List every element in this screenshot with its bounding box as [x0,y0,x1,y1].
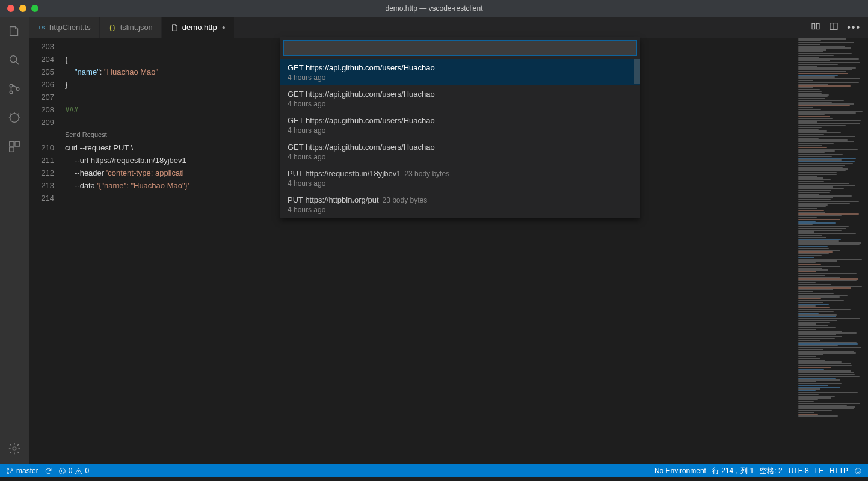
quick-pick-item-description: 23 body bytes [383,196,428,204]
svg-point-8 [13,447,16,450]
quick-pick-item-label: GET https://api.github.com/users/Huachao [288,116,435,125]
svg-rect-6 [15,142,19,146]
cursor-position-status[interactable]: 行 214，列 1 [712,466,754,476]
git-branch-icon [6,467,14,475]
explorer-icon[interactable] [7,24,22,38]
quick-pick-list: GET https://api.github.com/users/Huachao… [280,59,640,218]
line-gutter: 203204205206207208209210211212213214 [29,38,65,464]
svg-rect-9 [812,23,815,29]
feedback-icon[interactable] [854,467,862,475]
quick-pick-item-detail: 4 hours ago [288,100,633,108]
eol-status[interactable]: LF [815,467,823,475]
search-icon[interactable] [7,53,22,67]
activity-bar [0,17,29,464]
quick-pick-item-detail: 4 hours ago [288,206,633,214]
editor-tab[interactable]: demo.http● [162,17,235,38]
quick-pick-item-description: 23 body bytes [404,170,449,178]
problems-status[interactable]: 0 0 [58,467,89,475]
svg-rect-5 [10,142,14,146]
window-controls [0,5,38,12]
maximize-window-button[interactable] [31,5,38,12]
quick-pick: GET https://api.github.com/users/Huachao… [280,37,640,218]
sync-icon [45,467,52,475]
dirty-indicator-icon: ● [222,24,226,31]
status-bar: master 0 0 No Environment 行 214，列 1 空格: … [0,464,868,477]
quick-pick-item-label: GET https://api.github.com/users/Huachao [288,90,435,99]
warning-count: 0 [85,467,89,475]
svg-point-4 [10,114,19,123]
svg-point-14 [11,468,13,470]
environment-status[interactable]: No Environment [654,467,706,475]
svg-point-1 [10,84,13,87]
svg-point-2 [10,91,13,94]
compare-icon[interactable] [811,22,820,34]
quick-pick-item[interactable]: PUT https://requestb.in/18yjbev123 body … [280,165,640,191]
svg-point-3 [16,88,19,91]
svg-rect-7 [10,147,14,152]
quick-pick-item-label: PUT https://httpbin.org/put [288,195,379,204]
tab-label: httpClient.ts [49,23,91,32]
editor-area: TShttpClient.ts{ }tslint.jsondemo.http● … [29,17,868,464]
titlebar: demo.http — vscode-restclient [0,0,868,17]
quick-pick-item-label: GET https://api.github.com/users/Huachao [288,63,435,72]
svg-point-12 [7,468,9,470]
quick-pick-item[interactable]: PUT https://httpbin.org/put23 body bytes… [280,191,640,218]
source-control-icon[interactable] [7,82,22,96]
indentation-status[interactable]: 空格: 2 [760,466,782,476]
quick-pick-item-label: GET https://api.github.com/users/Huachao [288,142,435,152]
debug-icon[interactable] [7,111,22,125]
quick-pick-scrollbar[interactable] [634,59,640,84]
svg-rect-10 [817,23,820,29]
svg-point-16 [855,468,861,474]
language-mode-status[interactable]: HTTP [830,467,848,475]
quick-pick-item[interactable]: GET https://api.github.com/users/Huachao… [280,138,640,165]
extensions-icon[interactable] [7,139,22,154]
settings-gear-icon[interactable] [7,441,22,456]
json-file-icon: { } [108,23,117,32]
editor-tab[interactable]: TShttpClient.ts [29,17,100,38]
file-icon [170,23,179,32]
minimap[interactable] [796,38,868,464]
tab-label: tslint.json [120,23,153,32]
tab-label: demo.http [182,23,217,32]
quick-pick-item[interactable]: GET https://api.github.com/users/Huachao… [280,59,640,85]
editor-tab[interactable]: { }tslint.json [100,17,162,38]
quick-pick-item-detail: 4 hours ago [288,126,633,135]
warning-icon [75,467,82,475]
sync-status[interactable] [45,467,52,475]
quick-pick-item[interactable]: GET https://api.github.com/users/Huachao… [280,85,640,112]
window-title: demo.http — vscode-restclient [0,4,868,13]
editor-tabs: TShttpClient.ts{ }tslint.jsondemo.http● … [29,17,868,38]
svg-point-13 [7,472,9,474]
encoding-status[interactable]: UTF-8 [789,467,809,475]
error-count: 0 [69,467,73,475]
split-editor-icon[interactable] [829,22,839,34]
quick-pick-item-detail: 4 hours ago [288,153,633,161]
more-actions-icon[interactable]: ••• [847,22,861,33]
minimize-window-button[interactable] [19,5,26,12]
close-window-button[interactable] [7,5,14,12]
svg-point-0 [10,56,17,63]
git-branch-status[interactable]: master [6,467,38,475]
typescript-file-icon: TS [37,23,46,32]
quick-pick-input[interactable] [283,40,637,56]
quick-pick-item-detail: 4 hours ago [288,179,633,188]
quick-pick-item-label: PUT https://requestb.in/18yjbev1 [288,169,401,178]
quick-pick-item-detail: 4 hours ago [288,73,633,82]
quick-pick-item[interactable]: GET https://api.github.com/users/Huachao… [280,112,640,138]
git-branch-name: master [16,467,38,475]
error-icon [58,467,66,475]
